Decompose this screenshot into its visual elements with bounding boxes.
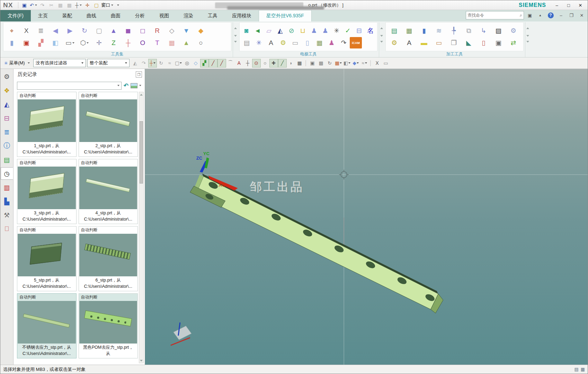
spray-icon[interactable]: ≈	[360, 59, 369, 68]
maximize-button[interactable]: □	[563, 1, 574, 9]
mill-arrow-icon[interactable]: ↳	[476, 25, 491, 36]
radius-tool-icon[interactable]: R	[150, 25, 164, 36]
history-card[interactable]: 自动判断 5_stp.prt，从 C:\Users\Administrator\…	[17, 226, 77, 291]
mill-copy-icon[interactable]: ⧉	[461, 25, 476, 36]
history-filter-dropdown[interactable]	[17, 82, 122, 90]
tab-file[interactable]: 文件(F)	[0, 10, 31, 21]
menu-button[interactable]: ≡ 菜单(M)	[2, 59, 32, 68]
ribbon-tab[interactable]: 曲面	[104, 10, 128, 21]
snap-quadrant-icon[interactable]: ┼	[243, 59, 252, 68]
clamp-icon[interactable]: ▼	[179, 25, 194, 36]
refresh-view-icon[interactable]: ↻	[326, 59, 334, 68]
history-card[interactable]: 自动判断 1_stp.prt，从 C:\Users\Administrator\…	[17, 92, 77, 157]
separator[interactable]: │	[369, 59, 373, 68]
spark-wheel-icon[interactable]: ✳	[253, 37, 265, 48]
subtract-icon[interactable]: ▣	[19, 37, 34, 48]
highlight-pair-icon[interactable]: ◭	[131, 59, 140, 68]
history-card[interactable]: 自动判断 4_stp.prt，从 C:\Users\Administrator\…	[79, 159, 138, 224]
bar-part[interactable]	[190, 173, 443, 313]
collapse-ribbon-icon[interactable]: ▲	[536, 11, 545, 19]
board-icon[interactable]: ▭	[289, 37, 301, 48]
frame-box-icon[interactable]: ▦	[164, 37, 179, 48]
solid-cube-icon[interactable]: ◆	[351, 59, 360, 68]
graphics-viewport[interactable]: YC ZC XC 邹工出品	[145, 69, 588, 365]
electrode-head-icon[interactable]: ◄	[252, 25, 264, 36]
mirror-body-icon[interactable]: ▞	[34, 37, 48, 48]
snap-circle-icon[interactable]: ○	[261, 59, 269, 68]
snap-slope-icon[interactable]: ╱	[278, 59, 287, 68]
scrollbar-thumb[interactable]	[140, 121, 143, 184]
doc-restore-icon[interactable]: ❐	[567, 11, 576, 19]
help-icon[interactable]: ?	[546, 11, 555, 19]
wire-box-icon[interactable]: ▱	[263, 25, 275, 36]
hatch-box-icon[interactable]: ▨	[491, 25, 506, 36]
assembly-navigator-icon[interactable]: ❖	[1, 84, 12, 97]
window-panel-icon[interactable]: ⎕	[1, 223, 12, 235]
csys-xyz-icon[interactable]: Z	[106, 37, 121, 48]
history-card[interactable]: 自动判断 不锈钢去应力_stp.prt，从 C:\Users\Administr…	[17, 293, 77, 358]
derived-link-icon[interactable]: ≈	[166, 59, 174, 68]
crayons-icon[interactable]: ▮	[417, 25, 431, 36]
process-studio-icon[interactable]: ▙	[1, 195, 12, 207]
pocket-icon[interactable]: ◙	[241, 25, 252, 36]
cone-icon[interactable]: ▲	[179, 37, 194, 48]
ribbon-group-scroll[interactable]	[525, 22, 530, 57]
holder-icon[interactable]: ⊔	[297, 25, 309, 36]
separator[interactable]: │	[304, 59, 308, 68]
forward-arrow-icon[interactable]: ▶	[63, 25, 77, 36]
ribbon-group-scroll[interactable]	[379, 22, 384, 57]
sphere-select-icon[interactable]: ◎	[183, 59, 191, 68]
mill-spiral-icon[interactable]: ≋	[431, 25, 446, 36]
search-input[interactable]	[467, 13, 520, 18]
snap-plus-icon[interactable]: ┼	[148, 59, 157, 68]
selection-scope-dropdown[interactable]: 整个装配	[87, 59, 130, 67]
wireframe-grid-icon[interactable]: ▦	[295, 59, 304, 68]
plot-icon[interactable]: ┼	[74, 1, 82, 9]
screws-icon[interactable]: ♟	[326, 37, 338, 48]
snap-tangent-icon[interactable]: ⌒	[226, 59, 235, 68]
block-icon[interactable]: ◼	[121, 25, 135, 36]
cut-icon[interactable]: ✂	[47, 1, 55, 9]
ribbon-tab[interactable]: 装配	[55, 10, 79, 21]
rename-icon[interactable]: 名	[365, 25, 376, 36]
wrench-icon[interactable]: ⚙	[277, 37, 289, 48]
doc-minimize-icon[interactable]: –	[556, 11, 565, 19]
ribbon-tab[interactable]: 主页	[31, 10, 55, 21]
join-body-icon[interactable]: ▮	[5, 37, 19, 48]
background-image-icon[interactable]: ▩	[317, 59, 326, 68]
note-a-icon[interactable]: A	[265, 37, 277, 48]
iso-frame-icon[interactable]: ◇	[164, 25, 179, 36]
export-arrow-icon[interactable]: ↷	[338, 37, 350, 48]
scrollbar-up-icon[interactable]	[139, 92, 143, 97]
history-report-icon[interactable]: ▤	[1, 153, 12, 166]
grid-options-icon[interactable]: ▦	[334, 59, 343, 68]
snap-center-icon[interactable]: ⊙	[252, 59, 261, 68]
ribbon-tab[interactable]: 渲染	[176, 10, 201, 21]
note-card-icon[interactable]: ▭	[431, 37, 446, 48]
bounding-box-icon[interactable]: ◻	[135, 25, 150, 36]
toolbar-options-button[interactable]	[113, 1, 122, 9]
verify-check-icon[interactable]: ✓	[342, 25, 354, 36]
selection-filter-dropdown[interactable]: 没有选择过滤器	[33, 59, 86, 67]
mill-step-icon[interactable]: ╄	[446, 25, 461, 36]
eraser-yellow-icon[interactable]: ▬	[417, 37, 431, 48]
snap-midpoint-icon[interactable]: ╱	[217, 59, 226, 68]
copy-icon[interactable]: ▦	[56, 1, 64, 9]
doc-close-icon[interactable]: ✕	[577, 11, 586, 19]
web-browser-icon[interactable]: ⓘ	[1, 140, 12, 152]
text-tool-icon[interactable]: T	[150, 37, 164, 48]
printer-icon[interactable]: ▣	[491, 37, 506, 48]
window-display-icon[interactable]: ▢	[92, 1, 100, 9]
eraser-block-icon[interactable]: ◆	[194, 25, 208, 36]
paste-icon[interactable]: ▩	[65, 1, 73, 9]
text-a-icon[interactable]: A	[402, 37, 417, 48]
electrode-tool-icon[interactable]: ♟	[308, 25, 320, 36]
wrench-yellow-icon[interactable]: ⚙	[387, 37, 402, 48]
hexagon-icon[interactable]: ⬡	[77, 37, 92, 48]
new-board-icon[interactable]: ▯	[301, 37, 313, 48]
redo-icon[interactable]: ↷	[38, 1, 46, 9]
redo-selection-icon[interactable]: ↷	[140, 59, 148, 68]
reuse-library-icon[interactable]: ≣	[1, 126, 12, 138]
rotate-point-icon[interactable]: ↻	[157, 59, 166, 68]
ribbon-tab[interactable]: 工具	[201, 10, 225, 21]
